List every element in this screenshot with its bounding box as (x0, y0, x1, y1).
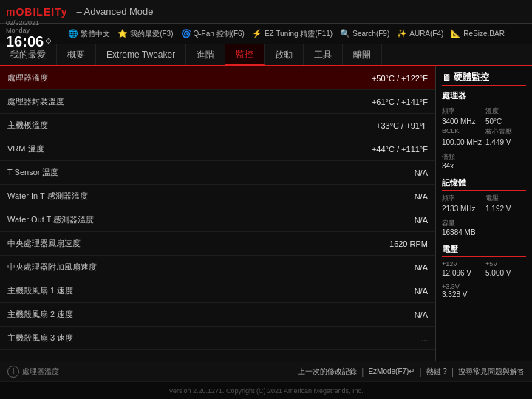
sensor-row[interactable]: 處理器溫度+50°C / +122°F (0, 66, 435, 90)
footer: Version 2.20.1271. Copyright (C) 2021 Am… (0, 381, 532, 399)
rp-cpu-section: 處理器 頻率 溫度 3400 MHz 50°C BCLK 核心電壓 100.00… (442, 90, 526, 170)
rp-val-vcore: 1.449 V (485, 138, 526, 146)
sensor-row[interactable]: 中央處理器風扇速度1620 RPM (0, 232, 435, 256)
rp-mem-grid: 頻率 電壓 2133 MHz 1.192 V (442, 194, 526, 213)
last-change-link[interactable]: 上一次的修改記錄 (298, 366, 357, 377)
sensor-value: ... (421, 334, 428, 343)
tab-boot[interactable]: 啟動 (265, 44, 304, 65)
sensor-row[interactable]: 主機殼風扇 1 速度N/A (0, 279, 435, 303)
sensor-value: N/A (415, 263, 428, 272)
sensor-value: N/A (415, 216, 428, 225)
tab-advanced[interactable]: 進階 (186, 44, 225, 65)
rp-cpu-title: 處理器 (442, 90, 526, 103)
rp-label-memvolt: 電壓 (485, 194, 526, 203)
rp-multiplier: 倍頻 34x (442, 152, 526, 170)
rp-main-title: 🖥 硬體監控 (442, 71, 526, 86)
rp-val-freq: 3400 MHz (442, 117, 482, 126)
sensor-value: N/A (415, 168, 428, 177)
rp-val-5v: 5.000 V (485, 269, 526, 277)
sensor-value: +44°C / +111°F (372, 145, 428, 154)
rp-label-5v: +5V (485, 260, 526, 267)
sensor-value: N/A (415, 192, 428, 201)
sensor-row[interactable]: VRM 溫度+44°C / +111°F (0, 137, 435, 161)
rp-label-memfreq: 頻率 (442, 194, 482, 203)
topbar-search[interactable]: 🔍Search(F9) (340, 29, 389, 38)
sensor-label: 主機殼風扇 3 速度 (7, 332, 421, 344)
sensor-label: Water Out T 感測器溫度 (7, 214, 415, 225)
rp-val-memvolt: 1.192 V (485, 205, 526, 213)
sensor-value: 1620 RPM (389, 239, 428, 248)
rp-label-12v: +12V (442, 260, 482, 267)
sensor-row[interactable]: T Sensor 溫度N/A (0, 161, 435, 185)
rp-3v3: +3.3V 3.328 V (442, 283, 526, 299)
rp-cpu-grid: 頻率 溫度 3400 MHz 50°C BCLK 核心電壓 100.00 MHz… (442, 106, 526, 146)
tab-favorites[interactable]: 我的最愛 (0, 44, 57, 65)
hardware-monitor-panel: 🖥 硬體監控 處理器 頻率 溫度 3400 MHz 50°C BCLK 核心電壓… (436, 66, 532, 361)
topbar-qfan[interactable]: 🌀Q-Fan 控制(F6) (181, 29, 245, 39)
sensor-value: +50°C / +122°F (372, 74, 428, 83)
sensor-list: 處理器溫度+50°C / +122°F處理器封裝溫度+61°C / +141°F… (0, 66, 436, 361)
bottom-mid: 上一次的修改記錄 | EzMode(F7)↵ | 熱鍵 ? | 搜尋常見問題與解… (298, 366, 525, 377)
sensor-row[interactable]: 主機殼風扇 3 速度... (0, 327, 435, 350)
info-icon[interactable]: i (7, 366, 19, 378)
rp-label-bclk: BCLK (442, 127, 482, 137)
logo: mOBILEITy (6, 6, 67, 18)
topbar-items: 🌐繁體中文 ⭐我的最愛(F3) 🌀Q-Fan 控制(F6) ⚡EZ Tuning… (68, 29, 526, 39)
rp-val-memfreq: 2133 MHz (442, 205, 482, 213)
sensor-label: 處理器溫度 (7, 72, 372, 83)
rp-label-temp: 溫度 (485, 106, 526, 116)
sensor-label: T Sensor 溫度 (7, 167, 415, 178)
topbar-aura[interactable]: ✨AURA(F4) (397, 29, 443, 38)
rp-mem-title: 記憶體 (442, 177, 526, 191)
rp-memcap: 容量 16384 MB (442, 219, 526, 236)
sensor-row[interactable]: 主機板溫度+33°C / +91°F (0, 114, 435, 137)
topbar-language[interactable]: 🌐繁體中文 (68, 29, 110, 39)
header: mOBILEITy – Advanced Mode (0, 0, 532, 24)
tab-tools[interactable]: 工具 (304, 44, 343, 65)
rp-val-bclk: 100.00 MHz (442, 138, 482, 146)
bottom-bar: i 處理器溫度 上一次的修改記錄 | EzMode(F7)↵ | 熱鍵 ? | … (0, 361, 532, 381)
clock-date: 02/22/2021Monday (6, 19, 52, 34)
sensor-label: 主機板溫度 (7, 120, 376, 131)
sensor-label: 主機殼風扇 2 速度 (7, 309, 415, 320)
sensor-value: N/A (415, 310, 428, 319)
tab-extreme-tweaker[interactable]: Extreme Tweaker (96, 44, 186, 65)
sensor-row[interactable]: Water Out T 感測器溫度N/A (0, 208, 435, 232)
footer-text: Version 2.20.1271. Copyright (C) 2021 Am… (168, 387, 363, 395)
sensor-value: +61°C / +141°F (372, 98, 428, 106)
sensor-row[interactable]: Water In T 感測器溫度N/A (0, 185, 435, 208)
sensor-label: 中央處理器附加風扇速度 (7, 262, 415, 273)
tab-overview[interactable]: 概要 (57, 44, 96, 65)
topbar: 02/22/2021Monday 16:06 ⚙ 🌐繁體中文 ⭐我的最愛(F3)… (0, 24, 532, 44)
sensor-label: Water In T 感測器溫度 (7, 191, 415, 202)
logo-mobile: mOBILE (6, 6, 51, 18)
header-title: – Advanced Mode (76, 6, 153, 17)
nav-tabs: 我的最愛 概要 Extreme Tweaker 進階 監控 啟動 工具 離開 (0, 44, 532, 66)
sensor-value: +33°C / +91°F (376, 121, 428, 130)
sensor-label: 中央處理器風扇速度 (7, 238, 389, 249)
sensor-value: N/A (415, 287, 428, 296)
rp-label-vcore: 核心電壓 (485, 127, 526, 137)
topbar-eztuning[interactable]: ⚡EZ Tuning 精靈(F11) (252, 29, 332, 39)
hotkey-link[interactable]: 熱鍵 ? (426, 366, 447, 377)
rp-volt-grid: +12V +5V 12.096 V 5.000 V (442, 260, 526, 277)
monitor-icon: 🖥 (442, 72, 451, 83)
sensor-label: 處理器封裝溫度 (7, 96, 372, 107)
rp-val-temp: 50°C (485, 117, 526, 126)
sensor-label: VRM 溫度 (7, 143, 372, 154)
sensor-footer-label: 處理器溫度 (22, 366, 59, 377)
rp-val-12v: 12.096 V (442, 269, 482, 277)
ezmode-link[interactable]: EzMode(F7)↵ (368, 367, 415, 375)
topbar-favorites[interactable]: ⭐我的最愛(F3) (117, 29, 173, 39)
rp-label-freq: 頻率 (442, 106, 482, 116)
tab-exit[interactable]: 離開 (343, 44, 382, 65)
sensor-row[interactable]: 主機殼風扇 2 速度N/A (0, 303, 435, 327)
sensor-label: 主機殼風扇 1 速度 (7, 285, 415, 296)
sensor-row[interactable]: 處理器封裝溫度+61°C / +141°F (0, 90, 435, 114)
rp-memory-section: 記憶體 頻率 電壓 2133 MHz 1.192 V 容量 16384 MB (442, 177, 526, 236)
faq-link[interactable]: 搜尋常見問題與解答 (458, 366, 525, 377)
bottom-left: i 處理器溫度 (7, 366, 59, 378)
sensor-row[interactable]: 中央處理器附加風扇速度N/A (0, 256, 435, 279)
topbar-resize[interactable]: 📐ReSize.BAR (451, 29, 505, 38)
tab-monitor[interactable]: 監控 (225, 44, 265, 65)
